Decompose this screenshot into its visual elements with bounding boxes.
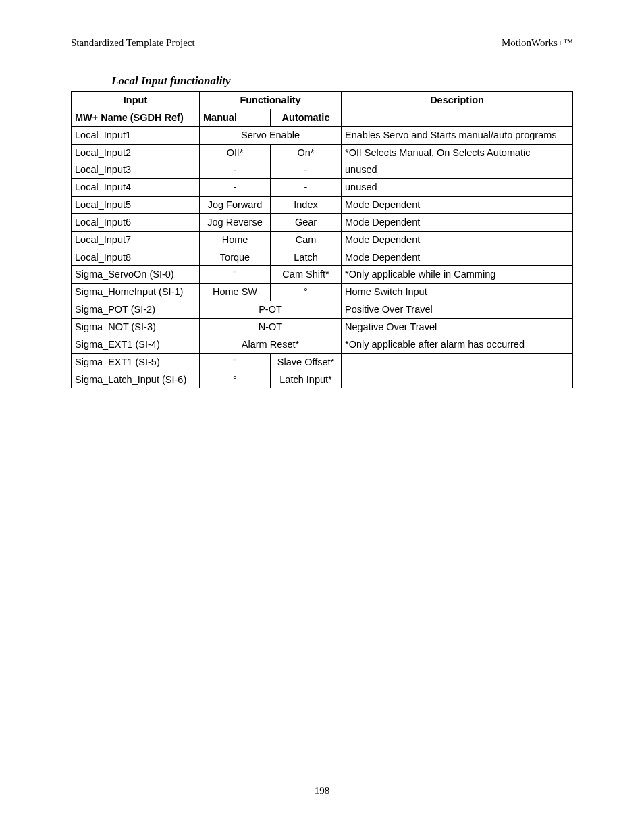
- cell-name: Local_Input4: [72, 179, 200, 197]
- cell-manual: Torque: [200, 249, 271, 266]
- cell-description: Home Switch Input: [342, 284, 573, 301]
- cell-name: Local_Input8: [72, 249, 200, 266]
- cell-manual: °: [200, 266, 271, 284]
- cell-name: Sigma_POT (SI-2): [72, 301, 200, 319]
- cell-description: Positive Over Travel: [342, 301, 573, 319]
- table-row: Local_Input3--unused: [72, 161, 573, 179]
- cell-description: Mode Dependent: [342, 231, 573, 249]
- table-header-row-1: Input Functionality Description: [72, 92, 573, 109]
- header-right: MotionWorks+™: [502, 37, 573, 49]
- cell-manual: Jog Reverse: [200, 213, 271, 231]
- table-row: Sigma_HomeInput (SI-1)Home SW°Home Switc…: [72, 284, 573, 301]
- cell-manual: Off*: [200, 144, 271, 161]
- cell-automatic: -: [271, 161, 342, 179]
- local-input-table: Input Functionality Description MW+ Name…: [71, 91, 573, 388]
- cell-description: Mode Dependent: [342, 197, 573, 214]
- cell-description: unused: [342, 179, 573, 197]
- cell-description: unused: [342, 161, 573, 179]
- cell-manual: °: [200, 353, 271, 371]
- cell-name: Local_Input3: [72, 161, 200, 179]
- cell-automatic: Latch: [271, 249, 342, 266]
- cell-description: *Only applicable after alarm has occurre…: [342, 336, 573, 353]
- subheader-mwname: MW+ Name (SGDH Ref): [72, 109, 200, 126]
- cell-description: [342, 371, 573, 388]
- cell-manual: Home: [200, 231, 271, 249]
- cell-automatic: On*: [271, 144, 342, 161]
- cell-name: Sigma_EXT1 (SI-4): [72, 336, 200, 353]
- table-row: Sigma_EXT1 (SI-4)Alarm Reset**Only appli…: [72, 336, 573, 353]
- table-row: Sigma_EXT1 (SI-5)°Slave Offset*: [72, 353, 573, 371]
- table-row: Local_Input7HomeCamMode Dependent: [72, 231, 573, 249]
- table-row: Local_Input1Servo EnableEnables Servo an…: [72, 126, 573, 144]
- cell-automatic: Latch Input*: [271, 371, 342, 388]
- cell-description: Enables Servo and Starts manual/auto pro…: [342, 126, 573, 144]
- cell-manual: -: [200, 179, 271, 197]
- cell-description: Mode Dependent: [342, 213, 573, 231]
- col-header-description: Description: [342, 92, 573, 109]
- header-left: Standardized Template Project: [71, 37, 195, 49]
- subheader-empty: [342, 109, 573, 126]
- table-header-row-2: MW+ Name (SGDH Ref)ManualAutomatic: [72, 109, 573, 126]
- table-row: Local_Input4--unused: [72, 179, 573, 197]
- cell-automatic: Cam Shift*: [271, 266, 342, 284]
- table-row: Local_Input6Jog ReverseGearMode Dependen…: [72, 213, 573, 231]
- cell-manual: Home SW: [200, 284, 271, 301]
- table-row: Local_Input5Jog ForwardIndexMode Depende…: [72, 197, 573, 214]
- cell-name: Local_Input6: [72, 213, 200, 231]
- cell-automatic: Cam: [271, 231, 342, 249]
- cell-name: Local_Input5: [72, 197, 200, 214]
- table-row: Local_Input8TorqueLatchMode Dependent: [72, 249, 573, 266]
- cell-functionality-merged: Alarm Reset*: [200, 336, 342, 353]
- section-title: Local Input functionality: [111, 74, 573, 88]
- cell-functionality-merged: P-OT: [200, 301, 342, 319]
- subheader-automatic: Automatic: [271, 109, 342, 126]
- cell-description: [342, 353, 573, 371]
- cell-automatic: Gear: [271, 213, 342, 231]
- cell-name: Sigma_ServoOn (SI-0): [72, 266, 200, 284]
- cell-manual: Jog Forward: [200, 197, 271, 214]
- cell-automatic: Index: [271, 197, 342, 214]
- table-row: Sigma_POT (SI-2)P-OTPositive Over Travel: [72, 301, 573, 319]
- cell-name: Sigma_Latch_Input (SI-6): [72, 371, 200, 388]
- col-header-input: Input: [72, 92, 200, 109]
- cell-automatic: -: [271, 179, 342, 197]
- cell-description: Mode Dependent: [342, 249, 573, 266]
- table-row: Sigma_NOT (SI-3)N-OTNegative Over Travel: [72, 318, 573, 336]
- cell-manual: °: [200, 371, 271, 388]
- cell-functionality-merged: Servo Enable: [200, 126, 342, 144]
- cell-name: Local_Input2: [72, 144, 200, 161]
- cell-name: Sigma_NOT (SI-3): [72, 318, 200, 336]
- cell-manual: -: [200, 161, 271, 179]
- subheader-manual: Manual: [200, 109, 271, 126]
- page-header: Standardized Template Project MotionWork…: [71, 37, 573, 49]
- table-row: Local_Input2Off*On**Off Selects Manual, …: [72, 144, 573, 161]
- cell-name: Local_Input7: [72, 231, 200, 249]
- cell-description: *Off Selects Manual, On Selects Automati…: [342, 144, 573, 161]
- table-row: Sigma_ServoOn (SI-0)°Cam Shift**Only app…: [72, 266, 573, 284]
- cell-functionality-merged: N-OT: [200, 318, 342, 336]
- cell-automatic: Slave Offset*: [271, 353, 342, 371]
- cell-automatic: °: [271, 284, 342, 301]
- cell-name: Local_Input1: [72, 126, 200, 144]
- cell-description: *Only applicable while in Camming: [342, 266, 573, 284]
- cell-name: Sigma_HomeInput (SI-1): [72, 284, 200, 301]
- cell-name: Sigma_EXT1 (SI-5): [72, 353, 200, 371]
- cell-description: Negative Over Travel: [342, 318, 573, 336]
- table-row: Sigma_Latch_Input (SI-6)°Latch Input*: [72, 371, 573, 388]
- col-header-functionality: Functionality: [200, 92, 342, 109]
